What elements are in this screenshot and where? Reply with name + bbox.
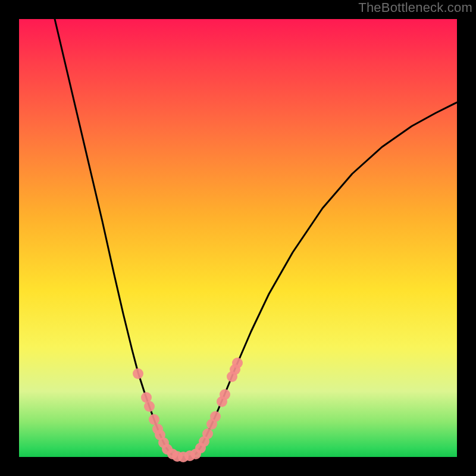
data-dot — [133, 368, 143, 379]
watermark-text: TheBottleneck.com — [358, 0, 472, 15]
bottleneck-curve — [19, 19, 457, 457]
data-dot — [144, 401, 155, 412]
data-dot — [232, 358, 243, 368]
data-dot — [202, 428, 213, 439]
data-dot — [210, 411, 221, 422]
chart-frame: TheBottleneck.com — [0, 0, 476, 476]
curve-path — [55, 19, 457, 457]
plot-area — [19, 19, 457, 457]
data-dot — [220, 389, 230, 400]
